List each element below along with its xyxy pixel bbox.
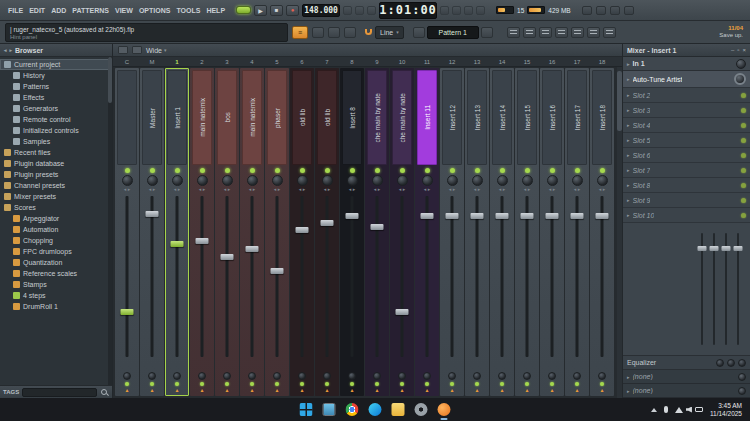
mixer-channel[interactable]: main natemix◂ ▸▲ [240,68,264,396]
pan-knob[interactable] [447,175,458,186]
fader-handle[interactable] [321,220,334,226]
slot-menu-icon[interactable]: ▸ [627,76,630,82]
slot-menu-icon[interactable]: ▸ [627,152,630,158]
slot-menu-icon[interactable]: ▸ [627,197,630,203]
mixer-channel[interactable]: Insert 1◂ ▸▲ [165,68,189,396]
mute-led[interactable] [500,168,505,173]
mute-led[interactable] [225,168,230,173]
fx-led[interactable] [300,382,304,386]
mixer-channel[interactable]: ◂ ▸▲ [115,68,139,396]
mute-led[interactable] [125,168,130,173]
fader-handle[interactable] [171,241,184,247]
record-button[interactable]: ● [286,5,299,16]
stereo-knob[interactable] [248,372,256,380]
volume-fader[interactable] [190,193,214,360]
pan-knob[interactable] [172,175,183,186]
keyboard-icon[interactable] [624,6,634,15]
close-icon[interactable]: × [742,47,746,53]
mute-led[interactable] [175,168,180,173]
panel-fader-handle[interactable] [709,246,718,251]
volume-fader[interactable] [565,193,589,360]
mute-led[interactable] [300,168,305,173]
mute-led[interactable] [600,168,605,173]
pan-knob[interactable] [422,175,433,186]
browser-item[interactable]: Patterns [0,81,112,92]
pan-knob[interactable] [472,175,483,186]
browser-item[interactable]: Automation [0,224,112,235]
fl-studio-icon[interactable] [438,403,451,416]
fx-slot[interactable]: ▸Slot 3 [623,103,750,118]
fx-led[interactable] [275,382,279,386]
volume-fader[interactable] [365,193,389,360]
mute-led[interactable] [325,168,330,173]
browser-item[interactable]: Generators [0,103,112,114]
mixer-channel[interactable]: phaser◂ ▸▲ [265,68,289,396]
pan-knob[interactable] [272,175,283,186]
browser-item[interactable]: Recent files [0,147,112,158]
mute-led[interactable] [475,168,480,173]
mixer-channel[interactable]: Insert 17◂ ▸▲ [565,68,589,396]
pan-knob[interactable] [122,175,133,186]
mixer-channel[interactable]: old lib◂ ▸▲ [290,68,314,396]
fx-led[interactable] [450,382,454,386]
mixer-channel[interactable]: Insert 12◂ ▸▲ [440,68,464,396]
menu-help[interactable]: HELP [203,4,228,17]
fx-led[interactable] [325,382,329,386]
mute-led[interactable] [525,168,530,173]
browser-item[interactable]: Chopping [0,235,112,246]
volume-fader[interactable] [440,193,464,360]
pan-knob[interactable] [572,175,583,186]
mixer-channel[interactable]: main natemix◂ ▸▲ [190,68,214,396]
slot-menu-icon[interactable]: ▸ [627,107,630,113]
browser-item[interactable]: Plugin presets [0,169,112,180]
snap-selector[interactable]: Line ▾ [375,26,404,39]
fx-led[interactable] [550,382,554,386]
download-icon[interactable] [582,6,592,15]
browser-item[interactable]: Arpeggiator [0,213,112,224]
fx-slot[interactable]: ▸Auto-Tune Artist [623,71,750,88]
mixer-channel[interactable]: che main by nate◂ ▸▲ [365,68,389,396]
fader-handle[interactable] [346,213,359,219]
multilink-icon[interactable] [464,6,473,15]
mixer-channel[interactable]: che main by nate◂ ▸▲ [390,68,414,396]
fx-led[interactable] [425,382,429,386]
fader-handle[interactable] [121,309,134,315]
browser-item[interactable]: Samples [0,136,112,147]
volume-fader[interactable] [465,193,489,360]
tags-input[interactable] [22,388,97,397]
fx-led[interactable] [225,382,229,386]
volume-fader[interactable] [140,193,164,360]
slot-enable-led[interactable] [741,153,746,158]
mute-led[interactable] [150,168,155,173]
mixer-channel[interactable]: old lib◂ ▸▲ [315,68,339,396]
loop-record-icon[interactable] [440,6,449,15]
stereo-knob[interactable] [198,372,206,380]
fx-slot[interactable]: ▸Slot 6 [623,148,750,163]
settings-icon[interactable] [415,403,428,416]
browser-item[interactable]: 4 steps [0,290,112,301]
stereo-knob[interactable] [123,372,131,380]
fader-handle[interactable] [471,213,484,219]
volume-fader[interactable] [515,193,539,360]
stop-button[interactable]: ■ [270,5,283,16]
fx-slot[interactable]: ▸Slot 2 [623,88,750,103]
mixer-channel[interactable]: Insert 13◂ ▸▲ [465,68,489,396]
slot-menu-icon[interactable]: ▸ [627,182,630,188]
fader-handle[interactable] [196,238,209,244]
plugin-picker-toggle[interactable] [587,27,600,38]
mute-led[interactable] [425,168,430,173]
recording-filter-button[interactable] [312,27,324,38]
eq-band-knob[interactable] [738,359,746,367]
mute-led[interactable] [400,168,405,173]
fx-led[interactable] [375,382,379,386]
browser-item[interactable]: Remote control [0,114,112,125]
pan-knob[interactable] [222,175,233,186]
typing-piano-icon[interactable] [476,6,485,15]
mute-led[interactable] [275,168,280,173]
stereo-knob[interactable] [298,372,306,380]
slot-menu-icon[interactable]: ▸ [627,212,630,218]
slot-menu-icon[interactable]: ▸ [627,122,630,128]
menu-patterns[interactable]: PATTERNS [69,4,112,17]
stereo-knob[interactable] [573,372,581,380]
fx-led[interactable] [600,382,604,386]
